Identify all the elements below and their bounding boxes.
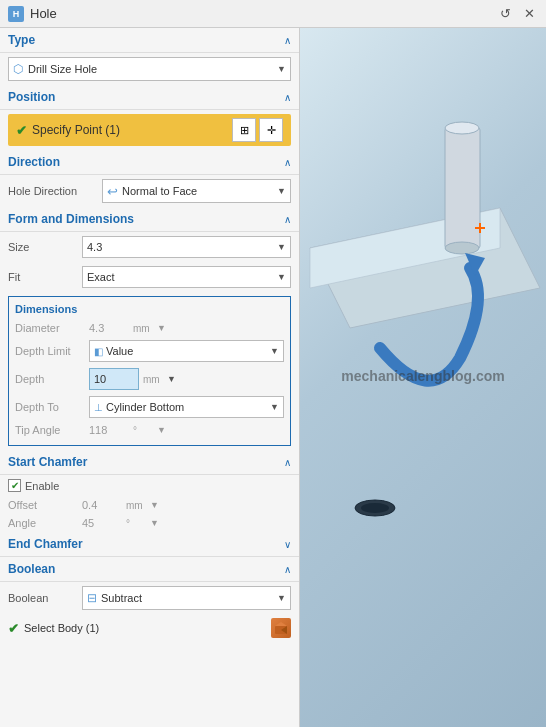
depth-to-select[interactable]: ⊥ Cylinder Bottom ▼ [89,396,284,418]
select-body-label: Select Body (1) [24,622,266,634]
type-value: Drill Size Hole [28,63,277,75]
direction-icon: ↩ [107,184,118,199]
depth-to-icon: ⊥ [94,402,103,413]
offset-value: 0.4 [82,499,122,511]
chamfer-angle-unit: ° [126,518,146,529]
chamfer-angle-label: Angle [8,517,78,529]
tip-angle-unit: ° [133,425,153,436]
title-bar: H Hole ↺ ✕ [0,0,546,28]
type-select-wrap[interactable]: ⬡ Drill Size Hole ▼ [8,57,291,81]
enable-row: ✔ Enable [0,475,299,496]
chamfer-angle-row: Angle 45 ° ▼ [0,514,299,532]
type-row: ⬡ Drill Size Hole ▼ [0,53,299,85]
depth-input[interactable]: 10 [89,368,139,390]
depth-limit-select[interactable]: ◧ Value ▼ [89,340,284,362]
grid-button[interactable]: ⊞ [232,118,256,142]
tip-angle-row: Tip Angle 118 ° ▼ [15,421,284,439]
dimensions-box: Dimensions Diameter 4.3 mm ▼ Depth Limit… [8,296,291,446]
fit-label: Fit [8,271,78,283]
hole-direction-label: Hole Direction [8,185,98,197]
type-section-header[interactable]: Type ∧ [0,28,299,53]
fit-row: Fit Exact ▼ [0,262,299,292]
diameter-dropdown-arrow-icon: ▼ [157,323,166,333]
enable-label[interactable]: ✔ Enable [8,479,59,492]
form-dimensions-section-header[interactable]: Form and Dimensions ∧ [0,207,299,232]
depth-to-arrow-icon: ▼ [270,402,279,412]
boolean-subtract-icon: ⊟ [87,591,97,605]
position-section-title: Position [8,90,55,104]
reset-button[interactable]: ↺ [496,5,514,23]
start-chamfer-chevron-icon: ∧ [284,457,291,468]
position-buttons: ⊞ ✛ [232,118,283,142]
title-text: Hole [30,6,490,21]
enable-checkbox[interactable]: ✔ [8,479,21,492]
boolean-value: Subtract [101,592,277,604]
left-panel: Type ∧ ⬡ Drill Size Hole ▼ Position ∧ ✔ … [0,28,300,727]
depth-limit-label: Depth Limit [15,345,85,357]
size-label: Size [8,241,78,253]
add-point-icon: ✛ [267,124,276,137]
svg-rect-5 [445,128,480,248]
position-section-header[interactable]: Position ∧ [0,85,299,110]
close-button[interactable]: ✕ [520,5,538,23]
start-chamfer-title: Start Chamfer [8,455,87,469]
fit-dropdown-arrow-icon: ▼ [277,272,286,282]
tip-angle-label: Tip Angle [15,424,85,436]
diameter-label: Diameter [15,322,85,334]
svg-point-6 [445,122,479,134]
svg-point-7 [445,242,479,254]
grid-icon: ⊞ [240,124,249,137]
type-section-title: Type [8,33,35,47]
direction-section-header[interactable]: Direction ∧ [0,150,299,175]
direction-row: Hole Direction ↩ Normal to Face ▼ [0,175,299,207]
depth-limit-row: Depth Limit ◧ Value ▼ [15,337,284,365]
end-chamfer-section-header[interactable]: End Chamfer ∨ [0,532,299,557]
position-row[interactable]: ✔ Specify Point (1) ⊞ ✛ [8,114,291,146]
depth-row: Depth 10 mm ▼ [15,365,284,393]
dimensions-title: Dimensions [15,303,284,315]
size-select[interactable]: 4.3 ▼ [82,236,291,258]
depth-to-row: Depth To ⊥ Cylinder Bottom ▼ [15,393,284,421]
body-3d-icon [273,620,289,636]
diameter-row: Diameter 4.3 mm ▼ [15,319,284,337]
add-point-button[interactable]: ✛ [259,118,283,142]
position-chevron-icon: ∧ [284,92,291,103]
diameter-value: 4.3 [89,322,129,334]
depth-limit-arrow-icon: ▼ [270,346,279,356]
main-layout: Type ∧ ⬡ Drill Size Hole ▼ Position ∧ ✔ … [0,28,546,727]
boolean-chevron-icon: ∧ [284,564,291,575]
boolean-label: Boolean [8,592,78,604]
specify-point-label: Specify Point (1) [32,123,120,137]
chamfer-angle-value: 45 [82,517,122,529]
position-check-icon: ✔ [16,123,27,138]
type-chevron-icon: ∧ [284,35,291,46]
offset-dropdown-arrow-icon: ▼ [150,500,159,510]
chamfer-angle-dropdown-arrow-icon: ▼ [150,518,159,528]
direction-value: Normal to Face [122,185,273,197]
boolean-select[interactable]: ⊟ Subtract ▼ [82,586,291,610]
form-dimensions-chevron-icon: ∧ [284,214,291,225]
select-body-row: ✔ Select Body (1) [0,614,299,642]
depth-dropdown-arrow-icon: ▼ [167,374,176,384]
end-chamfer-chevron-icon: ∨ [284,539,291,550]
direction-dropdown-arrow-icon: ▼ [277,186,286,196]
start-chamfer-section-header[interactable]: Start Chamfer ∧ [0,450,299,475]
hole-icon: H [8,6,24,22]
viewport: mechanicalengblog.com [300,28,546,727]
boolean-dropdown-arrow-icon: ▼ [277,593,286,603]
svg-marker-1 [275,622,287,626]
fit-select[interactable]: Exact ▼ [82,266,291,288]
viewport-svg [300,28,546,727]
type-dropdown-arrow-icon: ▼ [277,64,286,74]
enable-check-icon: ✔ [11,480,19,491]
position-label: ✔ Specify Point (1) [16,123,120,138]
boolean-section-header[interactable]: Boolean ∧ [0,557,299,582]
size-dropdown-arrow-icon: ▼ [277,242,286,252]
depth-label: Depth [15,373,85,385]
depth-limit-icon: ◧ [94,346,103,357]
enable-text: Enable [25,480,59,492]
fit-value: Exact [87,271,115,283]
depth-to-label: Depth To [15,401,85,413]
hole-direction-select[interactable]: ↩ Normal to Face ▼ [102,179,291,203]
offset-label: Offset [8,499,78,511]
